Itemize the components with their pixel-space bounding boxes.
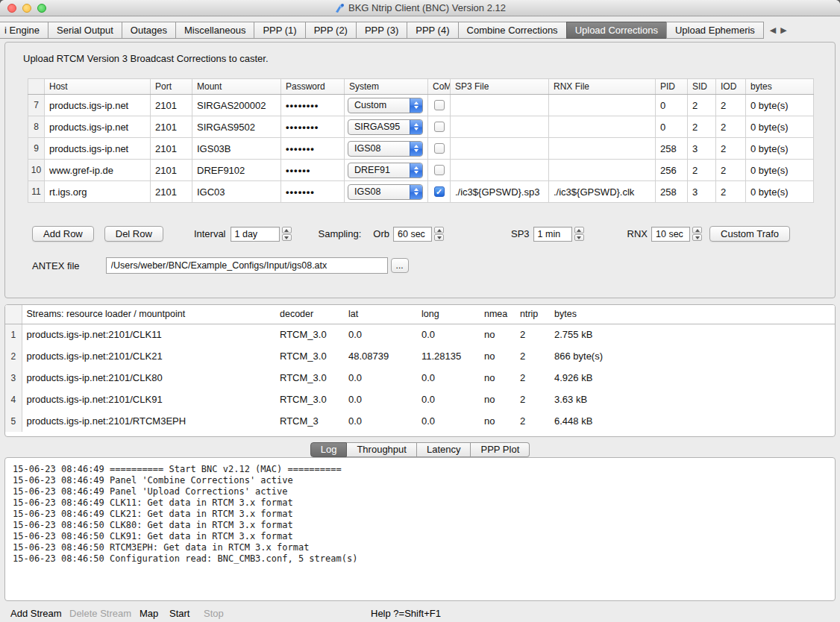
cell-password[interactable]: •••••• bbox=[281, 160, 345, 181]
cell-long: 11.28135 bbox=[417, 345, 480, 367]
tab-miscellaneous[interactable]: Miscellaneous bbox=[175, 22, 254, 39]
stream-row[interactable]: 3 products.igs-ip.net:2101/CLK80 RTCM_3.… bbox=[5, 367, 835, 389]
cell-iod[interactable]: 2 bbox=[716, 181, 746, 203]
tab-latency[interactable]: Latency bbox=[417, 442, 471, 457]
cell-iod[interactable]: 2 bbox=[716, 160, 746, 181]
cell-rnx-file[interactable] bbox=[549, 95, 656, 116]
cell-mount[interactable]: IGS03B bbox=[192, 138, 281, 160]
com-checkbox[interactable] bbox=[434, 186, 445, 197]
cell-rnx-file[interactable] bbox=[549, 160, 656, 181]
tab-ppp-2[interactable]: PPP (2) bbox=[305, 22, 356, 39]
cell-iod[interactable]: 2 bbox=[716, 116, 746, 138]
cell-sp3-file[interactable] bbox=[451, 116, 549, 138]
cell-sid[interactable]: 2 bbox=[688, 160, 716, 181]
cell-sid[interactable]: 3 bbox=[688, 138, 716, 160]
cell-host[interactable]: rt.igs.org bbox=[45, 181, 151, 203]
cell-pid[interactable]: 0 bbox=[656, 116, 688, 138]
cell-rnx-file[interactable] bbox=[549, 138, 656, 160]
rnx-spinner[interactable]: 10 sec bbox=[651, 227, 702, 242]
cell-rnx-file[interactable] bbox=[549, 116, 656, 138]
cell-port[interactable]: 2101 bbox=[151, 95, 192, 116]
stop-button[interactable]: Stop bbox=[204, 608, 224, 619]
tab-scroll-left-icon[interactable]: ◀ bbox=[770, 25, 776, 35]
com-checkbox[interactable] bbox=[434, 143, 445, 154]
custom-trafo-button[interactable]: Custom Trafo bbox=[709, 226, 790, 242]
orb-stepper-icon[interactable] bbox=[434, 227, 444, 241]
cell-host[interactable]: products.igs-ip.net bbox=[45, 138, 151, 160]
cell-port[interactable]: 2101 bbox=[151, 138, 192, 160]
interval-combobox[interactable]: 1 day bbox=[231, 227, 292, 242]
tab-scroll-right-icon[interactable]: ▶ bbox=[780, 25, 786, 35]
tab-throughput[interactable]: Throughput bbox=[347, 442, 417, 457]
cell-sid[interactable]: 2 bbox=[688, 95, 716, 116]
cell-host[interactable]: products.igs-ip.net bbox=[45, 95, 151, 116]
cell-mount[interactable]: SIRGAS200002 bbox=[192, 95, 281, 116]
antex-file-input[interactable] bbox=[106, 257, 388, 274]
com-checkbox[interactable] bbox=[434, 165, 445, 175]
cell-rnx-file[interactable]: ./ic3${GPSWD}.clk bbox=[549, 181, 656, 203]
stream-row[interactable]: 1 products.igs-ip.net:2101/CLK11 RTCM_3.… bbox=[5, 324, 835, 345]
cell-port[interactable]: 2101 bbox=[151, 116, 192, 138]
cell-password[interactable]: •••••••• bbox=[281, 116, 345, 138]
cell-host[interactable]: www.gref-ip.de bbox=[45, 160, 151, 181]
system-combobox[interactable]: Custom bbox=[348, 98, 423, 113]
del-row-button[interactable]: Del Row bbox=[104, 226, 163, 242]
delete-stream-button[interactable]: Delete Stream bbox=[69, 608, 131, 619]
cell-sp3-file[interactable] bbox=[451, 138, 549, 160]
cell-password[interactable]: •••••••• bbox=[281, 95, 345, 116]
system-combobox[interactable]: IGS08 bbox=[348, 141, 423, 157]
add-row-button[interactable]: Add Row bbox=[32, 226, 94, 242]
cell-sid[interactable]: 2 bbox=[688, 116, 716, 138]
cell-mount[interactable]: DREF9102 bbox=[192, 160, 281, 181]
cell-password[interactable]: ••••••• bbox=[281, 181, 345, 203]
tab-ppp-1[interactable]: PPP (1) bbox=[254, 22, 304, 39]
tab-feed-engine[interactable]: i Engine bbox=[0, 22, 48, 39]
stream-row[interactable]: 2 products.igs-ip.net:2101/CLK21 RTCM_3.… bbox=[5, 345, 835, 367]
log-panel[interactable]: 15-06-23 08:46:49 ========== Start BNC v… bbox=[4, 457, 836, 601]
cell-sid[interactable]: 3 bbox=[688, 181, 716, 203]
cell-sp3-file[interactable]: ./ic3${GPSWD}.sp3 bbox=[451, 181, 549, 203]
tab-ppp-plot[interactable]: PPP Plot bbox=[471, 442, 530, 457]
stream-row[interactable]: 4 products.igs-ip.net:2101/CLK91 RTCM_3.… bbox=[5, 389, 835, 410]
start-button[interactable]: Start bbox=[169, 608, 189, 619]
sp3-spinner[interactable]: 1 min bbox=[533, 227, 584, 242]
zoom-button[interactable] bbox=[37, 4, 46, 13]
cell-mount[interactable]: IGC03 bbox=[192, 181, 281, 203]
cell-pid[interactable]: 258 bbox=[656, 138, 688, 160]
system-combobox[interactable]: DREF91 bbox=[348, 163, 423, 178]
add-stream-button[interactable]: Add Stream bbox=[10, 608, 62, 619]
tab-outages[interactable]: Outages bbox=[122, 22, 175, 39]
cell-port[interactable]: 2101 bbox=[151, 160, 192, 181]
tab-log[interactable]: Log bbox=[310, 442, 348, 457]
tab-serial-output[interactable]: Serial Output bbox=[48, 22, 122, 39]
com-checkbox[interactable] bbox=[434, 122, 445, 132]
orb-spinner[interactable]: 60 sec bbox=[393, 227, 444, 242]
cell-sp3-file[interactable] bbox=[451, 160, 549, 181]
tab-ppp-3[interactable]: PPP (3) bbox=[356, 22, 407, 39]
cell-port[interactable]: 2101 bbox=[151, 181, 192, 203]
rnx-stepper-icon[interactable] bbox=[692, 227, 702, 241]
interval-stepper-icon[interactable] bbox=[282, 227, 292, 241]
system-combobox[interactable]: SIRGAS95 bbox=[348, 119, 423, 135]
cell-iod[interactable]: 2 bbox=[716, 95, 746, 116]
system-combobox[interactable]: IGS08 bbox=[348, 184, 423, 200]
cell-mount[interactable]: SIRGAS9502 bbox=[192, 116, 281, 138]
cell-pid[interactable]: 0 bbox=[656, 95, 688, 116]
antex-browse-button[interactable]: ... bbox=[391, 258, 409, 273]
tab-combine-corrections[interactable]: Combine Corrections bbox=[458, 22, 566, 39]
close-button[interactable] bbox=[7, 4, 16, 13]
tab-upload-ephemeris[interactable]: Upload Ephemeris bbox=[666, 22, 764, 39]
map-button[interactable]: Map bbox=[140, 608, 158, 619]
cell-host[interactable]: products.igs-ip.net bbox=[45, 116, 151, 138]
cell-sp3-file[interactable] bbox=[451, 95, 549, 116]
tab-upload-corrections[interactable]: Upload Corrections bbox=[566, 22, 666, 39]
sp3-stepper-icon[interactable] bbox=[574, 227, 584, 241]
cell-password[interactable]: ••••••• bbox=[281, 138, 345, 160]
stream-row[interactable]: 5 products.igs-ip.net:2101/RTCM3EPH RTCM… bbox=[5, 410, 835, 432]
cell-pid[interactable]: 256 bbox=[656, 160, 688, 181]
com-checkbox[interactable] bbox=[434, 100, 445, 110]
cell-pid[interactable]: 258 bbox=[656, 181, 688, 203]
cell-iod[interactable]: 2 bbox=[716, 138, 746, 160]
tab-ppp-4[interactable]: PPP (4) bbox=[407, 22, 457, 39]
minimize-button[interactable] bbox=[22, 4, 31, 13]
